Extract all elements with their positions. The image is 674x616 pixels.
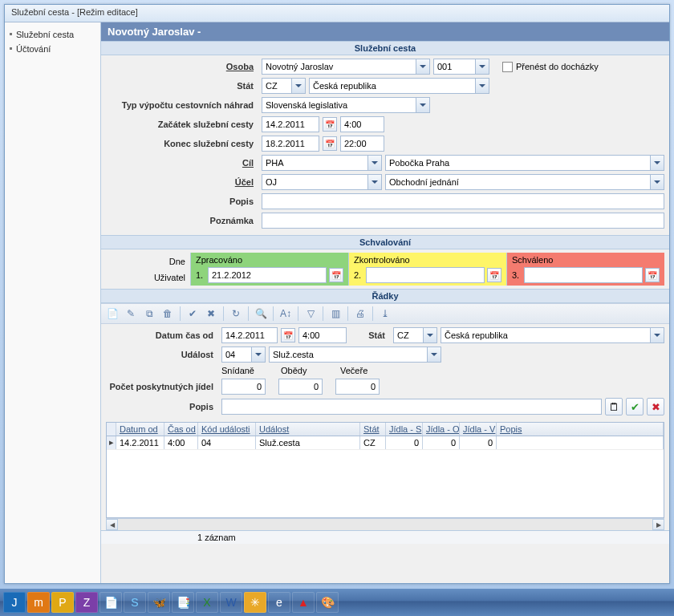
taskbar-app-icon[interactable]: Z — [75, 592, 98, 613]
row-popis-input[interactable] — [221, 399, 602, 415]
prenest-checkbox[interactable] — [502, 62, 513, 72]
osoba-code-combo[interactable]: 001 — [433, 59, 489, 75]
udalost-code-combo[interactable]: 04 — [221, 346, 266, 363]
cancel-icon[interactable]: ✖ — [203, 306, 219, 322]
chevron-down-icon[interactable] — [427, 347, 441, 362]
approval-date-3[interactable] — [524, 267, 643, 283]
approval-date-2[interactable] — [366, 267, 485, 283]
approval-date-1[interactable] — [208, 267, 327, 283]
trip-form: Osoba Novotný Jaroslav 001 Přenést do do… — [101, 55, 669, 235]
section-title-trip: Služební cesta — [101, 41, 669, 55]
taskbar-app-icon[interactable]: 🎨 — [316, 592, 339, 613]
col-js[interactable]: Jídla - S — [386, 423, 423, 436]
cil-code-combo[interactable]: PHA — [262, 155, 382, 171]
separator — [323, 306, 323, 321]
taskbar-app-icon[interactable]: J — [3, 592, 26, 613]
taskbar-app-icon[interactable]: 🦋 — [148, 592, 170, 613]
calendar-icon[interactable]: 📅 — [323, 136, 337, 151]
konec-time-input[interactable] — [340, 136, 384, 152]
snidane-input[interactable] — [221, 379, 266, 395]
popis-input[interactable] — [262, 193, 664, 209]
calendar-icon[interactable]: 📅 — [329, 268, 343, 282]
ucel-name-combo[interactable]: Obchodní jednání — [385, 174, 664, 190]
table-row[interactable]: ▸ 14.2.2011 4:00 04 Služ.cesta CZ 0 0 0 — [107, 436, 664, 450]
chevron-down-icon[interactable] — [423, 328, 436, 342]
search-icon[interactable]: 🔍 — [253, 306, 269, 322]
vecere-input[interactable] — [335, 379, 380, 395]
zacatek-date-input[interactable] — [262, 116, 319, 132]
calendar-icon[interactable]: 📅 — [487, 268, 501, 282]
chevron-down-icon[interactable] — [650, 328, 664, 342]
konec-date-input[interactable] — [262, 136, 319, 152]
copy-icon[interactable]: ⧉ — [141, 306, 157, 322]
row-cas-input[interactable] — [298, 327, 347, 343]
edit-icon[interactable]: ✎ — [123, 306, 139, 322]
chevron-down-icon[interactable] — [367, 175, 381, 189]
taskbar-excel-icon[interactable]: X — [196, 592, 218, 613]
confirm-icon[interactable]: ✔ — [626, 398, 644, 415]
separator — [223, 306, 224, 321]
filter-icon[interactable]: ▽ — [302, 306, 319, 322]
cil-name-combo[interactable]: Pobočka Praha — [385, 155, 664, 171]
columns-icon[interactable]: ▥ — [327, 306, 343, 322]
chevron-down-icon[interactable] — [475, 79, 489, 93]
osoba-name-combo[interactable]: Novotný Jaroslav — [262, 59, 430, 75]
delete-icon[interactable]: 🗑 — [160, 306, 176, 322]
zacatek-time-input[interactable] — [340, 116, 384, 132]
obedy-input[interactable] — [278, 379, 323, 395]
chevron-down-icon[interactable] — [251, 347, 265, 362]
udalost-name-combo[interactable]: Služ.cesta — [269, 346, 441, 363]
row-stat-name-combo[interactable]: Česká republika — [441, 327, 664, 343]
taskbar-app-icon[interactable]: S — [124, 592, 146, 613]
sidebar-item-uctovani[interactable]: Účtování — [8, 42, 97, 56]
stat-code-combo[interactable]: CZ — [262, 78, 306, 94]
col-kod[interactable]: Kód události — [198, 423, 256, 436]
check-icon[interactable]: ✔ — [185, 306, 201, 322]
chevron-down-icon[interactable] — [291, 79, 305, 93]
new-icon[interactable]: 📄 — [104, 306, 120, 322]
stat-name-combo[interactable]: Česká republika — [309, 78, 489, 94]
h-scrollbar[interactable]: ◀ ▶ — [106, 518, 664, 530]
scroll-track[interactable] — [118, 519, 652, 530]
calendar-icon[interactable]: 📅 — [323, 117, 337, 132]
col-datumod[interactable]: Datum od — [116, 423, 164, 436]
calendar-icon[interactable]: 📅 — [645, 268, 660, 282]
chevron-down-icon[interactable] — [416, 59, 429, 74]
scroll-left-icon[interactable]: ◀ — [106, 519, 118, 530]
label-pocetjidel: Počet poskytnutých jídel — [106, 382, 218, 391]
col-jv[interactable]: Jídla - V — [460, 423, 497, 436]
col-casod[interactable]: Čas od — [164, 423, 198, 436]
row-stat-code-combo[interactable]: CZ — [393, 327, 437, 343]
reject-icon[interactable]: ✖ — [647, 398, 664, 415]
chevron-down-icon[interactable] — [367, 156, 381, 170]
typvypoctu-combo[interactable]: Slovenská legislativa — [262, 97, 430, 113]
taskbar-app-icon[interactable]: 📑 — [172, 592, 194, 613]
poznamka-input[interactable] — [262, 213, 664, 229]
chevron-down-icon[interactable] — [650, 175, 664, 189]
row-datum-input[interactable] — [221, 327, 278, 343]
taskbar-app-icon[interactable]: 📄 — [99, 592, 122, 613]
ucel-code-combo[interactable]: OJ — [262, 174, 382, 190]
refresh-icon[interactable]: ↻ — [228, 306, 244, 322]
sidebar-item-sluzebni-cesta[interactable]: Služební cesta — [8, 27, 97, 42]
chevron-down-icon[interactable] — [475, 59, 489, 74]
taskbar-app-icon[interactable]: P — [51, 592, 74, 613]
export-icon[interactable]: ⤓ — [377, 306, 393, 322]
calendar-icon[interactable]: 📅 — [281, 328, 295, 342]
scroll-right-icon[interactable]: ▶ — [652, 519, 664, 530]
taskbar-word-icon[interactable]: W — [220, 592, 242, 613]
col-udalost[interactable]: Událost — [256, 423, 360, 436]
col-stat[interactable]: Stát — [360, 423, 386, 436]
col-jo[interactable]: Jídla - O — [423, 423, 460, 436]
note-icon[interactable]: 🗒 — [605, 398, 623, 415]
chevron-down-icon[interactable] — [650, 156, 664, 170]
print-icon[interactable]: 🖨 — [352, 306, 368, 322]
chevron-down-icon[interactable] — [416, 98, 429, 112]
approval-head: Schváleno — [512, 255, 660, 267]
taskbar-pdf-icon[interactable]: ▲ — [292, 592, 315, 613]
sort-icon[interactable]: A↕ — [278, 306, 294, 322]
col-popis[interactable]: Popis — [497, 423, 664, 436]
taskbar-app-icon[interactable]: ✳ — [244, 592, 266, 613]
taskbar-ie-icon[interactable]: e — [268, 592, 290, 613]
taskbar-app-icon[interactable]: m — [27, 592, 50, 613]
